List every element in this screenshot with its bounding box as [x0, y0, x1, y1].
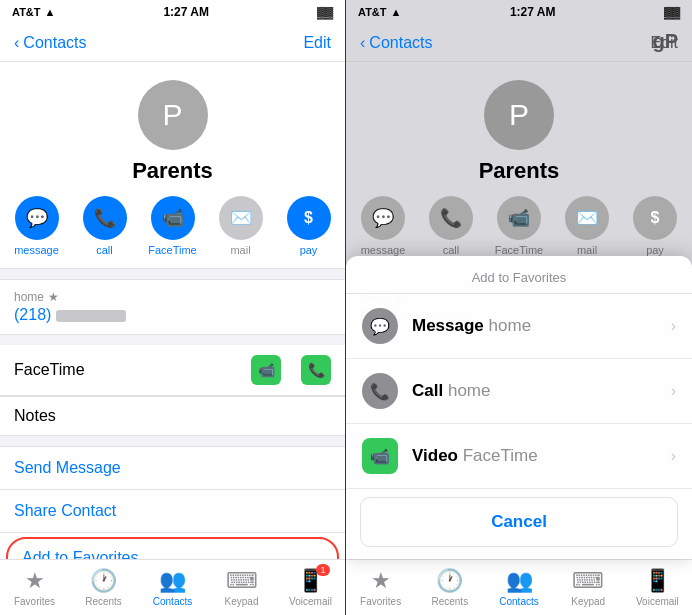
pay-icon: $ [287, 196, 331, 240]
tab-voicemail-right[interactable]: 📱 Voicemail [623, 568, 692, 607]
back-button-right[interactable]: ‹ Contacts [360, 34, 432, 52]
sheet-video-sub: FaceTime [463, 446, 538, 465]
sheet-message-chevron: › [671, 317, 676, 335]
sheet-call-icon: 📞 [362, 373, 398, 409]
add-to-favorites-link[interactable]: Add to Favorites [6, 537, 339, 559]
tab-keypad-left[interactable]: ⌨ Keypad [207, 568, 276, 607]
keypad-label-right: Keypad [571, 596, 605, 607]
back-label-right: Contacts [369, 34, 432, 52]
avatar-right: P [484, 80, 554, 150]
tab-favorites-right[interactable]: ★ Favorites [346, 568, 415, 607]
tab-keypad-right[interactable]: ⌨ Keypad [554, 568, 623, 607]
action-call-right: 📞 call [425, 196, 477, 256]
notes-label-left: Notes [14, 407, 56, 424]
action-mail[interactable]: ✉️ mail [215, 196, 267, 256]
contact-name-right: Parents [479, 158, 560, 184]
facetime-video-icon[interactable]: 📹 [251, 355, 281, 385]
scroll-content-left: P Parents 💬 message 📞 call 📹 FaceTime ✉️ [0, 62, 345, 559]
sheet-call-text: Call home [412, 381, 671, 401]
back-chevron-icon-right: ‹ [360, 34, 365, 52]
back-button-left[interactable]: ‹ Contacts [14, 34, 86, 52]
action-pay-right: $ pay [629, 196, 681, 256]
mail-icon-right: ✉️ [565, 196, 609, 240]
status-left: AT&T ▲ [12, 6, 55, 18]
phone-number-left: (218) [14, 306, 331, 324]
sheet-row-video[interactable]: 📹 Video FaceTime › [346, 424, 692, 489]
send-message-link[interactable]: Send Message [0, 447, 345, 490]
keypad-icon-right: ⌨ [572, 568, 604, 594]
avatar-left: P [138, 80, 208, 150]
tab-bar-right: ★ Favorites 🕐 Recents 👥 Contacts ⌨ Keypa… [346, 559, 692, 615]
carrier-label: AT&T [12, 6, 41, 18]
sheet-video-type: Video [412, 446, 458, 465]
tab-recents-left[interactable]: 🕐 Recents [69, 568, 138, 607]
contact-header-left: P Parents 💬 message 📞 call 📹 FaceTime ✉️ [0, 62, 345, 269]
edit-button-left[interactable]: Edit [303, 34, 331, 52]
voicemail-label-right: Voicemail [636, 596, 679, 607]
sheet-message-type: Message [412, 316, 484, 335]
voicemail-icon: 📱 1 [297, 568, 324, 594]
action-message[interactable]: 💬 message [11, 196, 63, 256]
action-buttons-right: 💬 message 📞 call 📹 FaceTime ✉️ mail $ [349, 196, 689, 256]
left-phone: AT&T ▲ 1:27 AM ▓▓ ‹ Contacts Edit P Pare… [0, 0, 346, 615]
add-favorites-sheet: Add to Favorites 💬 Message home › 📞 Call… [346, 256, 692, 559]
share-contact-link[interactable]: Share Contact [0, 490, 345, 533]
facetime-icons: 📹 📞 [251, 355, 331, 385]
home-label-left: home ★ [14, 290, 331, 304]
tab-recents-right[interactable]: 🕐 Recents [415, 568, 484, 607]
status-left-right: AT&T ▲ [358, 6, 401, 18]
action-message-right: 💬 message [357, 196, 409, 256]
action-mail-label: mail [230, 244, 250, 256]
mail-icon: ✉️ [219, 196, 263, 240]
tab-contacts-right[interactable]: 👥 Contacts [484, 568, 553, 607]
contacts-icon: 👥 [159, 568, 186, 594]
sheet-title: Add to Favorites [346, 256, 692, 294]
favorites-label-right: Favorites [360, 596, 401, 607]
time-label: 1:27 AM [163, 5, 209, 19]
sheet-call-type: Call [412, 381, 443, 400]
sheet-row-message[interactable]: 💬 Message home › [346, 294, 692, 359]
tab-favorites-left[interactable]: ★ Favorites [0, 568, 69, 607]
pay-icon-right: $ [633, 196, 677, 240]
status-right-right: ▓▓ [664, 6, 680, 18]
contacts-label: Contacts [153, 596, 192, 607]
sheet-message-text: Message home [412, 316, 671, 336]
sheet-call-chevron: › [671, 382, 676, 400]
star-icon: ★ [48, 290, 59, 304]
sheet-row-call[interactable]: 📞 Call home › [346, 359, 692, 424]
call-icon-right: 📞 [429, 196, 473, 240]
keypad-icon: ⌨ [226, 568, 258, 594]
action-message-label: message [14, 244, 59, 256]
favorites-label: Favorites [14, 596, 55, 607]
facetime-row-left: FaceTime 📹 📞 [0, 345, 345, 396]
gp-watermark: gP [652, 30, 678, 53]
action-facetime-right: 📹 FaceTime [493, 196, 545, 256]
battery-icon: ▓▓ [317, 6, 333, 18]
sheet-call-sub: home [448, 381, 491, 400]
action-facetime-label-right: FaceTime [495, 244, 544, 256]
sheet-video-icon: 📹 [362, 438, 398, 474]
facetime-phone-icon[interactable]: 📞 [301, 355, 331, 385]
wifi-icon: ▲ [45, 6, 56, 18]
phone-section-left: home ★ (218) [0, 279, 345, 335]
action-facetime[interactable]: 📹 FaceTime [147, 196, 199, 256]
action-pay[interactable]: $ pay [283, 196, 335, 256]
cancel-button[interactable]: Cancel [360, 497, 678, 547]
tab-voicemail-left[interactable]: 📱 1 Voicemail [276, 568, 345, 607]
status-right: ▓▓ [317, 6, 333, 18]
action-pay-label-right: pay [646, 244, 664, 256]
home-phone-row-left[interactable]: home ★ (218) [0, 280, 345, 334]
status-bar-left: AT&T ▲ 1:27 AM ▓▓ [0, 0, 345, 24]
nav-bar-left: ‹ Contacts Edit [0, 24, 345, 62]
sheet-message-sub: home [489, 316, 532, 335]
back-chevron-icon: ‹ [14, 34, 19, 52]
recents-icon-right: 🕐 [436, 568, 463, 594]
action-call[interactable]: 📞 call [79, 196, 131, 256]
tab-contacts-left[interactable]: 👥 Contacts [138, 568, 207, 607]
message-icon-right: 💬 [361, 196, 405, 240]
voicemail-label: Voicemail [289, 596, 332, 607]
add-favorites-container: Add to Favorites [0, 537, 345, 559]
action-message-label-right: message [361, 244, 406, 256]
facetime-icon-right: 📹 [497, 196, 541, 240]
blurred-number [56, 310, 126, 322]
